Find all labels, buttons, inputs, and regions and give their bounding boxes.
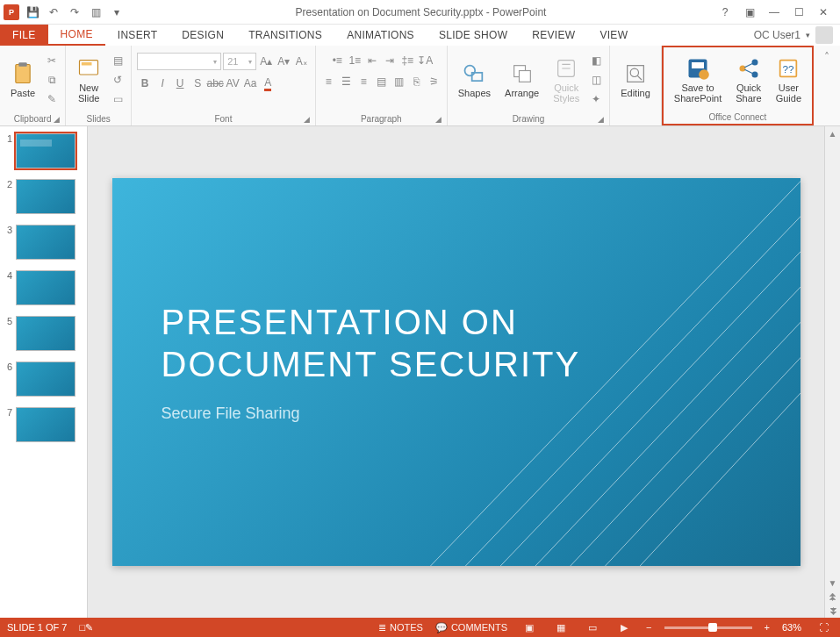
- help-icon[interactable]: ?: [714, 3, 736, 22]
- thumbnail-1[interactable]: [16, 133, 75, 168]
- shapes-button[interactable]: Shapes: [453, 60, 496, 100]
- tab-transitions[interactable]: TRANSITIONS: [236, 25, 334, 46]
- bullets-icon[interactable]: •≡: [329, 53, 345, 68]
- tab-home[interactable]: HOME: [48, 25, 105, 46]
- zoom-level[interactable]: 63%: [782, 622, 801, 633]
- align-center-icon[interactable]: ☰: [338, 74, 354, 89]
- maximize-icon[interactable]: ☐: [787, 3, 810, 22]
- shadow-icon[interactable]: S: [190, 75, 205, 91]
- paste-button[interactable]: Paste: [5, 60, 40, 100]
- tab-design[interactable]: DESIGN: [169, 25, 236, 46]
- tab-review[interactable]: REVIEW: [520, 25, 587, 46]
- format-painter-icon[interactable]: ✎: [44, 91, 60, 107]
- thumbnail-3[interactable]: [16, 225, 75, 260]
- close-icon[interactable]: ✕: [812, 3, 835, 22]
- copy-icon[interactable]: ⧉: [44, 72, 60, 88]
- decrease-indent-icon[interactable]: ⇤: [364, 53, 380, 68]
- clipboard-dialog-launcher-icon[interactable]: ◢: [54, 115, 60, 124]
- spell-check-icon[interactable]: □✎: [79, 622, 93, 633]
- scroll-up-icon[interactable]: ▲: [825, 126, 840, 140]
- thumbnail-7[interactable]: [16, 407, 75, 442]
- save-to-sharepoint-button[interactable]: Save to SharePoint: [669, 54, 727, 105]
- bold-icon[interactable]: B: [137, 75, 153, 91]
- increase-font-icon[interactable]: A▴: [258, 54, 274, 69]
- sorter-view-icon[interactable]: ▦: [551, 620, 571, 634]
- smartart-icon[interactable]: ⚞: [426, 74, 442, 89]
- align-left-icon[interactable]: ≡: [320, 74, 336, 89]
- drawing-dialog-launcher-icon[interactable]: ◢: [598, 115, 604, 124]
- slide[interactable]: PRESENTATION ONDOCUMENT SECURITY Secure …: [112, 178, 801, 566]
- shape-fill-icon[interactable]: ◧: [588, 53, 604, 68]
- new-slide-button[interactable]: New Slide: [71, 54, 106, 105]
- zoom-thumb[interactable]: [708, 623, 717, 632]
- font-size-combo[interactable]: 21▾: [223, 53, 256, 70]
- layout-icon[interactable]: ▤: [110, 53, 126, 68]
- align-text-icon[interactable]: ⎘: [408, 74, 424, 89]
- thumbnail-2[interactable]: [16, 179, 75, 214]
- text-direction-icon[interactable]: ↧A: [417, 53, 433, 68]
- italic-icon[interactable]: I: [154, 75, 170, 91]
- shape-effects-icon[interactable]: ✦: [588, 91, 604, 107]
- reset-icon[interactable]: ↺: [110, 72, 126, 88]
- tab-view[interactable]: VIEW: [587, 25, 640, 46]
- slide-subtitle[interactable]: Secure File Sharing: [162, 404, 300, 423]
- normal-view-icon[interactable]: ▣: [520, 620, 539, 634]
- reading-view-icon[interactable]: ▭: [583, 620, 602, 634]
- strikethrough-icon[interactable]: abc: [207, 75, 223, 91]
- arrange-button[interactable]: Arrange: [499, 60, 544, 100]
- font-color-icon[interactable]: A: [260, 75, 276, 91]
- editing-button[interactable]: Editing: [615, 60, 656, 100]
- tab-insert[interactable]: INSERT: [105, 25, 170, 46]
- slide-position[interactable]: SLIDE 1 OF 7: [7, 622, 67, 633]
- next-slide-icon[interactable]: ⯯: [825, 604, 840, 618]
- zoom-in-icon[interactable]: +: [765, 622, 770, 633]
- section-icon[interactable]: ▭: [110, 91, 126, 107]
- tab-file[interactable]: FILE: [0, 25, 48, 46]
- vertical-scrollbar[interactable]: ▲ ▼ ⯭ ⯯: [824, 126, 840, 618]
- change-case-icon[interactable]: Aa: [242, 75, 258, 91]
- clear-formatting-icon[interactable]: Aₓ: [293, 54, 309, 69]
- font-dialog-launcher-icon[interactable]: ◢: [304, 115, 310, 124]
- cut-icon[interactable]: ✂: [44, 53, 60, 68]
- align-right-icon[interactable]: ≡: [355, 74, 371, 89]
- justify-icon[interactable]: ▤: [373, 74, 389, 89]
- prev-slide-icon[interactable]: ⯭: [825, 590, 840, 604]
- slide-editor[interactable]: PRESENTATION ONDOCUMENT SECURITY Secure …: [88, 126, 824, 618]
- font-family-combo[interactable]: ▾: [137, 53, 221, 70]
- scroll-down-icon[interactable]: ▼: [825, 576, 840, 590]
- increase-indent-icon[interactable]: ⇥: [382, 53, 398, 68]
- underline-icon[interactable]: U: [172, 75, 188, 91]
- zoom-out-icon[interactable]: −: [646, 622, 651, 633]
- quick-share-button[interactable]: Quick Share: [730, 54, 766, 105]
- collapse-ribbon-icon[interactable]: ˄: [819, 49, 835, 65]
- quick-styles-button[interactable]: Quick Styles: [548, 54, 585, 105]
- thumbnail-6[interactable]: [16, 361, 75, 397]
- start-from-beginning-icon[interactable]: ▥: [88, 4, 104, 20]
- undo-icon[interactable]: ↶: [46, 4, 61, 20]
- char-spacing-icon[interactable]: AV: [225, 75, 241, 91]
- ribbon-options-icon[interactable]: ▣: [738, 3, 761, 22]
- notes-button[interactable]: ≣NOTES: [378, 622, 423, 633]
- paragraph-dialog-launcher-icon[interactable]: ◢: [435, 115, 442, 124]
- thumbnail-5[interactable]: [16, 316, 75, 351]
- avatar[interactable]: [815, 26, 833, 44]
- fit-to-window-icon[interactable]: ⛶: [814, 620, 833, 634]
- line-spacing-icon[interactable]: ‡≡: [399, 53, 415, 68]
- comments-button[interactable]: 💬COMMENTS: [435, 622, 507, 633]
- thumbnail-4[interactable]: [16, 270, 75, 305]
- user-guide-button[interactable]: ?? User Guide: [771, 54, 807, 105]
- save-icon[interactable]: 💾: [25, 4, 40, 20]
- qat-customize-icon[interactable]: ▾: [109, 4, 125, 20]
- numbering-icon[interactable]: 1≡: [347, 53, 363, 68]
- tab-animations[interactable]: ANIMATIONS: [334, 25, 427, 46]
- user-name[interactable]: OC User1: [754, 29, 801, 41]
- columns-icon[interactable]: ▥: [391, 74, 406, 89]
- slideshow-view-icon[interactable]: ▶: [614, 620, 634, 634]
- tab-slideshow[interactable]: SLIDE SHOW: [427, 25, 520, 46]
- shape-outline-icon[interactable]: ◫: [588, 72, 604, 88]
- minimize-icon[interactable]: —: [763, 3, 786, 22]
- decrease-font-icon[interactable]: A▾: [276, 54, 291, 69]
- user-menu-chevron-icon[interactable]: ▾: [806, 31, 810, 39]
- zoom-slider[interactable]: [664, 626, 752, 629]
- redo-icon[interactable]: ↷: [67, 4, 83, 20]
